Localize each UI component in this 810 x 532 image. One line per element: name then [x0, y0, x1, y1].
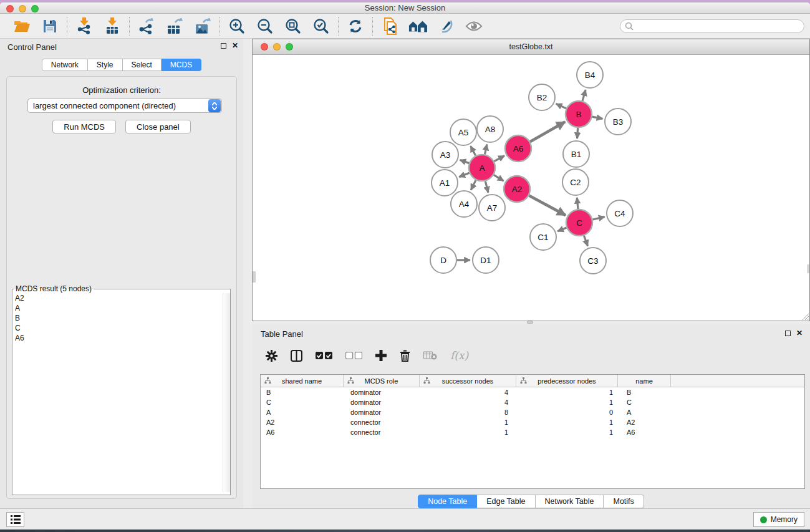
node-A2[interactable]: A2 [504, 176, 530, 202]
edge-B-B3[interactable] [592, 117, 603, 118]
edge-C-C3[interactable] [584, 236, 587, 246]
node-A3[interactable]: A3 [432, 142, 458, 168]
node-A8[interactable]: A8 [477, 116, 503, 142]
zoom-window-button[interactable] [31, 5, 39, 12]
node-D1[interactable]: D1 [473, 247, 499, 273]
open-session-button[interactable] [12, 17, 31, 36]
graph-canvas[interactable]: AA1A2A3A4A5A6A7A8BB1B2B3B4CC1C2C3C4DD1 [253, 55, 809, 321]
close-panel-button[interactable]: Close panel [125, 120, 191, 133]
delete-columns-button[interactable] [400, 350, 410, 362]
run-mcds-button[interactable]: Run MCDS [52, 120, 116, 133]
node-B4[interactable]: B4 [577, 62, 603, 88]
delete-table-button[interactable] [423, 351, 437, 360]
node-B1[interactable]: B1 [563, 141, 589, 167]
zoom-selected-button[interactable] [312, 17, 330, 36]
node-B3[interactable]: B3 [605, 109, 631, 135]
edge-A2-C[interactable] [529, 195, 566, 215]
node-A4[interactable]: A4 [451, 191, 477, 217]
edge-C-C1[interactable] [557, 228, 566, 231]
tab-node-table[interactable]: Node Table [418, 495, 477, 508]
edge-C-C2[interactable] [577, 198, 578, 209]
edge-B-B1[interactable] [577, 128, 578, 138]
table-row[interactable]: Cdominator41C [261, 397, 804, 407]
edge-A-A2[interactable] [494, 175, 504, 181]
close-window-button[interactable] [6, 5, 14, 12]
clone-network-button[interactable] [380, 17, 399, 36]
column-header-name[interactable]: name [618, 375, 671, 387]
network-minimize-button[interactable] [273, 43, 281, 51]
tab-network[interactable]: Network [42, 59, 88, 71]
zoom-out-button[interactable] [256, 17, 274, 36]
node-A[interactable]: A [469, 155, 495, 181]
left-scroll-thumb[interactable] [253, 271, 256, 283]
export-image-button[interactable] [193, 17, 212, 36]
column-header-successor-nodes[interactable]: successor nodes [420, 375, 516, 387]
column-header-mcds-role[interactable]: MCDS role [344, 375, 420, 387]
node-C[interactable]: C [566, 210, 592, 236]
node-D[interactable]: D [430, 247, 456, 273]
mcds-result-item[interactable]: B [12, 313, 223, 323]
node-B[interactable]: B [566, 101, 592, 127]
table-row[interactable]: A6connector11A6 [261, 427, 804, 437]
table-row[interactable]: Adominator80A [261, 407, 804, 417]
node-A1[interactable]: A1 [432, 170, 458, 196]
table-settings-button[interactable] [266, 350, 277, 362]
edge-A-A1[interactable] [459, 173, 469, 177]
show-hide-button[interactable] [465, 17, 483, 36]
memory-button[interactable]: Memory [753, 512, 804, 527]
edge-A-A5[interactable] [471, 146, 476, 155]
node-C1[interactable]: C1 [530, 224, 556, 250]
edge-A-A4[interactable] [471, 180, 476, 190]
tab-motifs[interactable]: Motifs [604, 495, 644, 508]
deselect-all-button[interactable] [345, 352, 362, 359]
tab-mcds[interactable]: MCDS [162, 59, 201, 71]
right-scroll-thumb[interactable] [807, 264, 809, 273]
float-table-panel-icon[interactable] [785, 331, 791, 336]
network-close-button[interactable] [261, 43, 268, 51]
splitter-handle[interactable] [527, 320, 533, 324]
node-B2[interactable]: B2 [529, 84, 555, 110]
show-column-button[interactable] [291, 350, 302, 362]
mcds-result-item[interactable]: C [12, 323, 223, 333]
mcds-result-item[interactable]: A6 [12, 333, 223, 343]
export-table-button[interactable] [165, 17, 184, 36]
apply-layout-button[interactable] [346, 17, 365, 36]
first-neighbors-button[interactable] [408, 17, 427, 36]
column-header-shared-name[interactable]: shared name [261, 375, 344, 387]
hide-graphics-details-button[interactable] [436, 17, 455, 36]
edge-A-A3[interactable] [460, 160, 470, 163]
import-network-button[interactable] [75, 17, 94, 36]
node-A5[interactable]: A5 [450, 119, 476, 145]
edge-B-B4[interactable] [582, 90, 586, 101]
node-A6[interactable]: A6 [505, 135, 531, 162]
node-C3[interactable]: C3 [580, 248, 606, 274]
minimize-window-button[interactable] [19, 5, 26, 12]
table-row[interactable]: A2connector11A2 [261, 417, 804, 427]
zoom-in-button[interactable] [228, 17, 246, 36]
edge-A-A7[interactable] [485, 181, 488, 192]
network-zoom-button[interactable] [286, 43, 293, 51]
table-row[interactable]: Bdominator41B [261, 387, 804, 397]
close-table-panel-icon[interactable]: ✕ [796, 330, 803, 336]
function-builder-button[interactable]: f(x) [450, 349, 468, 362]
result-scrollbar[interactable] [223, 293, 230, 492]
node-C2[interactable]: C2 [562, 169, 589, 195]
node-C4[interactable]: C4 [607, 200, 633, 226]
tab-network-table[interactable]: Network Table [536, 495, 604, 508]
tab-edge-table[interactable]: Edge Table [477, 495, 535, 508]
mcds-result-item[interactable]: A [12, 303, 223, 313]
criterion-select[interactable]: largest connected component (directed) [27, 99, 222, 113]
edge-B-B2[interactable] [556, 104, 566, 108]
zoom-fit-button[interactable] [284, 17, 302, 36]
node-A7[interactable]: A7 [479, 195, 505, 221]
resize-grip-icon[interactable] [801, 312, 809, 320]
save-session-button[interactable] [41, 17, 59, 36]
tab-style[interactable]: Style [88, 59, 123, 71]
edge-C-C4[interactable] [592, 217, 604, 220]
close-panel-icon[interactable]: ✕ [232, 42, 238, 49]
search-input[interactable] [636, 21, 804, 32]
export-network-button[interactable] [137, 17, 156, 36]
mcds-result-item[interactable]: A2 [12, 293, 223, 303]
select-all-button[interactable] [316, 352, 332, 359]
tab-select[interactable]: Select [123, 59, 162, 71]
